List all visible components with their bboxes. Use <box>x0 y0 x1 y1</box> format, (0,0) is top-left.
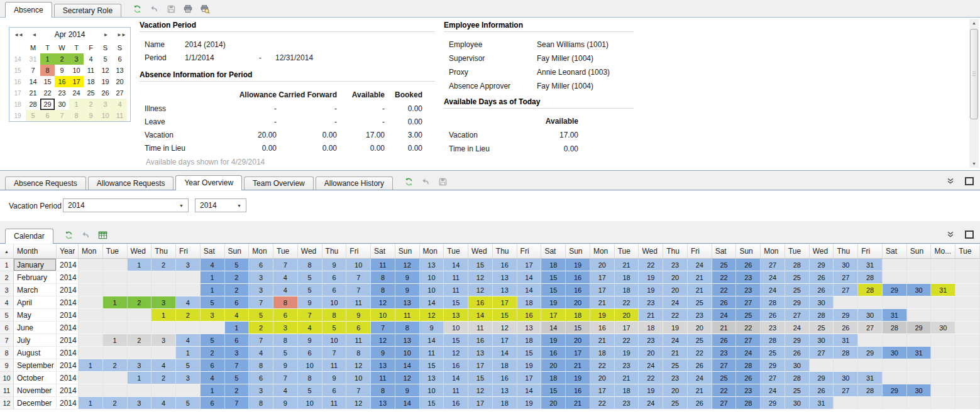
day-cell[interactable]: 12 <box>346 397 371 409</box>
day-cell[interactable]: 6 <box>298 347 322 359</box>
day-cell[interactable]: 10 <box>298 397 322 409</box>
day-cell[interactable]: 4 <box>273 384 298 397</box>
day-cell[interactable]: 13 <box>371 397 395 409</box>
day-cell[interactable]: 26 <box>688 397 712 409</box>
day-cell[interactable]: 26 <box>736 372 761 384</box>
day-cell[interactable]: 6 <box>225 334 250 347</box>
day-cell[interactable]: 4 <box>176 296 201 309</box>
day-cell[interactable]: 9 <box>322 372 347 384</box>
day-cell[interactable]: 17 <box>590 384 615 397</box>
mini-calendar-day[interactable]: 28 <box>26 99 40 110</box>
grid-header-day[interactable]: Fri <box>176 244 201 258</box>
day-cell[interactable]: 27 <box>712 397 737 409</box>
day-cell[interactable]: 3 <box>176 259 201 271</box>
day-cell[interactable]: 6 <box>225 296 250 309</box>
day-cell[interactable]: 16 <box>468 296 493 309</box>
day-cell[interactable]: 17 <box>493 334 517 347</box>
mini-calendar-day[interactable]: 24 <box>69 87 84 99</box>
grid-header-day[interactable]: Sat <box>201 244 225 258</box>
day-cell[interactable]: 1 <box>201 271 225 284</box>
day-cell[interactable]: 20 <box>590 259 615 271</box>
grid-header-day[interactable]: Mon <box>79 244 103 258</box>
day-cell[interactable]: 11 <box>444 384 468 397</box>
day-cell[interactable]: 30 <box>931 322 955 334</box>
day-cell[interactable]: 24 <box>736 347 761 359</box>
day-cell[interactable]: 6 <box>273 309 298 322</box>
day-cell[interactable]: 26 <box>688 359 712 372</box>
day-cell[interactable]: 7 <box>346 271 371 284</box>
grid-header-day[interactable]: Tue <box>785 244 810 258</box>
day-cell[interactable]: 7 <box>273 259 298 271</box>
overview-tab-allowance-history[interactable]: Allowance History <box>316 176 393 190</box>
day-cell[interactable]: 21 <box>712 322 737 334</box>
day-cell[interactable]: 17 <box>493 296 517 309</box>
day-cell[interactable]: 27 <box>736 296 761 309</box>
day-cell[interactable]: 21 <box>590 296 615 309</box>
day-cell[interactable]: 13 <box>420 372 444 384</box>
scroll-up-icon[interactable]: ▲ <box>969 19 979 27</box>
day-cell[interactable]: 9 <box>395 284 420 296</box>
day-cell[interactable]: 14 <box>444 372 468 384</box>
mini-calendar-day[interactable]: 9 <box>84 110 98 121</box>
year-cell[interactable]: 2014 <box>57 322 79 334</box>
day-cell[interactable]: 14 <box>395 397 420 409</box>
day-cell[interactable]: 11 <box>371 259 395 271</box>
grid-header-day[interactable]: Thu <box>493 244 517 258</box>
main-tab-absence[interactable]: Absence <box>5 2 52 18</box>
day-cell[interactable]: 28 <box>761 296 785 309</box>
day-cell[interactable]: 9 <box>371 347 395 359</box>
day-cell[interactable]: 17 <box>590 271 615 284</box>
day-cell[interactable]: 8 <box>249 397 273 409</box>
vertical-scrollbar[interactable]: ▲ ▼ <box>969 19 979 168</box>
day-cell[interactable]: 5 <box>298 384 322 397</box>
mini-calendar-day[interactable]: 4 <box>113 99 127 110</box>
day-cell[interactable]: 10 <box>346 259 371 271</box>
day-cell[interactable]: 5 <box>176 359 201 372</box>
day-cell[interactable]: 31 <box>810 397 834 409</box>
day-cell[interactable]: 29 <box>810 259 834 271</box>
day-cell[interactable]: 17 <box>615 322 639 334</box>
undo-icon[interactable] <box>421 176 431 187</box>
day-cell[interactable]: 14 <box>517 284 542 296</box>
day-cell[interactable]: 8 <box>395 322 420 334</box>
day-cell[interactable]: 12 <box>468 384 493 397</box>
day-cell[interactable]: 16 <box>493 372 517 384</box>
grid-header-day[interactable]: Sat <box>712 244 737 258</box>
day-cell[interactable]: 16 <box>541 347 566 359</box>
day-cell[interactable]: 17 <box>541 309 566 322</box>
day-cell[interactable]: 12 <box>493 322 517 334</box>
day-cell[interactable]: 19 <box>663 322 688 334</box>
day-cell[interactable]: 27 <box>834 384 858 397</box>
day-cell[interactable]: 22 <box>712 284 737 296</box>
day-cell[interactable]: 20 <box>566 296 590 309</box>
mini-calendar-day[interactable]: 10 <box>69 65 84 76</box>
overview-tab-allowance-requests[interactable]: Allowance Requests <box>88 176 174 190</box>
day-cell[interactable]: 7 <box>249 334 273 347</box>
day-cell[interactable]: 15 <box>420 359 444 372</box>
day-cell[interactable]: 3 <box>151 296 176 309</box>
year-cell[interactable]: 2014 <box>57 296 79 309</box>
day-cell[interactable]: 30 <box>810 334 834 347</box>
day-cell[interactable]: 25 <box>761 347 785 359</box>
year-cell[interactable]: 2014 <box>57 271 79 284</box>
day-cell[interactable]: 9 <box>395 384 420 397</box>
day-cell[interactable]: 31 <box>834 334 858 347</box>
mini-calendar-day[interactable]: 30 <box>55 99 69 110</box>
day-cell[interactable]: 26 <box>736 259 761 271</box>
day-cell[interactable]: 12 <box>395 259 420 271</box>
day-cell[interactable]: 4 <box>273 271 298 284</box>
day-cell[interactable]: 21 <box>566 397 590 409</box>
day-cell[interactable]: 16 <box>517 309 542 322</box>
day-cell[interactable]: 4 <box>151 359 176 372</box>
next-month-button[interactable]: ► <box>99 32 113 38</box>
year-cell[interactable]: 2014 <box>57 259 79 271</box>
day-cell[interactable]: 23 <box>639 334 663 347</box>
day-cell[interactable]: 23 <box>736 284 761 296</box>
day-cell[interactable]: 27 <box>834 271 858 284</box>
mini-calendar-day[interactable]: 5 <box>26 110 40 121</box>
row-number[interactable]: 1 <box>0 259 14 271</box>
day-cell[interactable]: 27 <box>761 372 785 384</box>
day-cell[interactable]: 29 <box>858 347 883 359</box>
day-cell[interactable]: 22 <box>615 334 639 347</box>
day-cell[interactable]: 16 <box>444 359 468 372</box>
